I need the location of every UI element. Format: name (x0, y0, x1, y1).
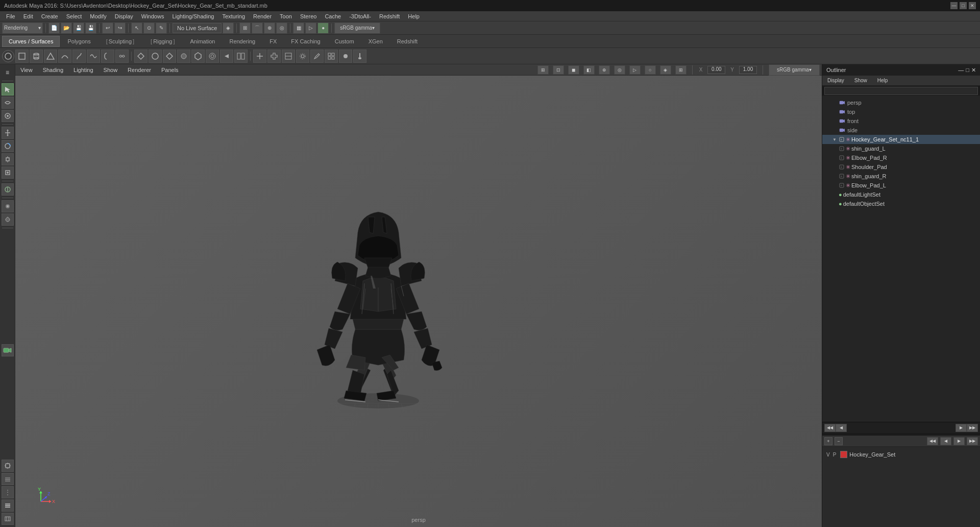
snap-point-button[interactable]: ⊕ (264, 22, 275, 34)
redo-button[interactable]: ↪ (114, 22, 126, 34)
shelf-cylinder[interactable] (30, 50, 43, 63)
minimize-button[interactable]: — (950, 2, 958, 9)
shelf-square[interactable] (15, 50, 29, 63)
menu-stereo[interactable]: Stereo (296, 11, 321, 21)
shelf-split[interactable] (234, 50, 248, 63)
shelf-diamond[interactable] (134, 50, 148, 63)
grid-toggle-btn[interactable] (2, 473, 14, 485)
paint-tool-button[interactable]: ✎ (156, 22, 167, 34)
viewport-toolbar-1[interactable]: ⊞ (537, 65, 549, 75)
open-scene-button[interactable]: 📂 (61, 22, 72, 34)
lasso-tool-button[interactable]: ⊙ (143, 22, 155, 34)
more-tools-btn[interactable]: ⋮ (2, 486, 14, 498)
tree-item-side[interactable]: side (822, 126, 980, 135)
menu-modify[interactable]: Modify (86, 11, 110, 21)
hamburger-icon[interactable]: ≡ (2, 66, 14, 79)
layer-delete-btn[interactable]: − (835, 437, 843, 445)
shelf-cone[interactable] (44, 50, 57, 63)
sculpt-tool[interactable] (2, 213, 14, 226)
tab-sculpting[interactable]: [Sculpting] (99, 36, 142, 47)
mode-dropdown[interactable]: Rendering ▾ (2, 22, 43, 34)
tab-rigging[interactable]: [Rigging] (143, 36, 182, 47)
shelf-wave[interactable] (87, 50, 100, 63)
tree-item-defaultObjectSet[interactable]: ● defaultObjectSet (822, 199, 980, 208)
menu-3dtoall[interactable]: -3DtoAll- (345, 11, 375, 21)
transform-tool[interactable] (2, 166, 14, 179)
tab-animation[interactable]: Animation (184, 36, 222, 47)
menu-toon[interactable]: Toon (276, 11, 296, 21)
tab-custom[interactable]: Custom (328, 36, 361, 47)
colorspace-btn[interactable]: sRGB gamma▾ (334, 22, 380, 34)
tab-rendering[interactable]: Rendering (223, 36, 262, 47)
shelf-lamp[interactable] (339, 50, 352, 63)
outliner-scroll-next[interactable]: ▶ (955, 424, 967, 432)
viewport-toolbar-9[interactable]: ◈ (660, 65, 671, 75)
shelf-diamond2[interactable] (163, 50, 176, 63)
scale-tool[interactable] (2, 153, 14, 165)
select-tool-button[interactable]: ↖ (131, 22, 142, 34)
layer-add-btn[interactable]: + (824, 437, 832, 445)
tree-item-front[interactable]: front (822, 116, 980, 126)
tree-item-hockeyGearSet[interactable]: ▼ + ✳ Hockey_Gear_Set_nc11_1 (822, 135, 980, 144)
outliner-scroll-prev[interactable]: ◀ (836, 424, 847, 432)
show-manipulator-button[interactable] (2, 183, 14, 196)
viewport[interactable]: persp X Y Z (15, 76, 822, 527)
layer-scroll-last[interactable]: ▶▶ (967, 437, 978, 445)
cam-icon-btn-1[interactable] (2, 344, 14, 356)
tree-item-shoulderPad[interactable]: + ✳ Shoulder_Pad (822, 162, 980, 172)
outliner-search-input[interactable] (824, 87, 978, 95)
submenu-renderer[interactable]: Renderer (125, 65, 154, 75)
outliner-maximize[interactable]: □ (966, 67, 969, 74)
paint-select-tool[interactable] (2, 110, 14, 122)
tab-curves-surfaces[interactable]: Curves / Surfaces (2, 36, 60, 47)
viewport-toolbar-10[interactable]: ⊞ (675, 65, 687, 75)
shelf-edit[interactable] (282, 50, 295, 63)
y-coord-input[interactable]: 1.00 (739, 66, 757, 74)
shelf-arrow[interactable] (220, 50, 233, 63)
viewport-toolbar-7[interactable]: ▷ (629, 65, 641, 75)
save-scene-as-button[interactable]: 💾 (85, 22, 96, 34)
menu-edit[interactable]: Edit (19, 11, 37, 21)
outliner-menu-display[interactable]: Display (824, 76, 847, 86)
snap-view-button[interactable]: ◎ (276, 22, 287, 34)
menu-windows[interactable]: Windows (137, 11, 168, 21)
move-tool[interactable] (2, 127, 14, 139)
shelf-loop[interactable] (115, 50, 129, 63)
shelf-gear[interactable] (296, 50, 309, 63)
live-surface-toggle[interactable]: ◈ (223, 22, 234, 34)
save-scene-button[interactable]: 💾 (73, 22, 84, 34)
tree-item-persp[interactable]: persp (822, 98, 980, 107)
shelf-circle2[interactable] (149, 50, 162, 63)
tab-fx[interactable]: FX (263, 36, 283, 47)
submenu-view[interactable]: View (17, 65, 36, 75)
render-button[interactable]: ● (317, 22, 329, 34)
shelf-circle3[interactable] (177, 50, 190, 63)
menu-texturing[interactable]: Texturing (218, 11, 249, 21)
layer-scroll-next[interactable]: ▶ (953, 437, 965, 445)
layer-color-swatch[interactable] (840, 451, 847, 458)
shelf-grid[interactable] (325, 50, 338, 63)
viewport-toolbar-6[interactable]: ◎ (614, 65, 625, 75)
tab-polygons[interactable]: Polygons (61, 36, 97, 47)
menu-create[interactable]: Create (37, 11, 62, 21)
render-region-button[interactable]: ▦ (293, 22, 304, 34)
colorspace-dropdown[interactable]: sRGB gamma▾ (769, 64, 820, 76)
outliner-minimize[interactable]: — (958, 67, 964, 74)
outliner-scroll-left[interactable]: ◀◀ (824, 424, 836, 432)
menu-help[interactable]: Help (404, 11, 424, 21)
viewport-toolbar-8[interactable]: ○ (645, 65, 656, 75)
viewport-toolbar-3[interactable]: ◼ (568, 65, 579, 75)
tab-xgen[interactable]: XGen (362, 36, 389, 47)
tree-item-top[interactable]: top (822, 107, 980, 116)
tab-redshift[interactable]: Redshift (390, 36, 424, 47)
new-scene-button[interactable]: 📄 (48, 22, 60, 34)
menu-redshift[interactable]: Redshift (375, 11, 404, 21)
shelf-cross[interactable] (267, 50, 281, 63)
ipr-render-button[interactable]: ▷ (305, 22, 316, 34)
snap-curve-button[interactable]: ⌒ (252, 22, 263, 34)
tree-item-elbowPadL[interactable]: + ✳ Elbow_Pad_L (822, 181, 980, 190)
close-button[interactable]: ✕ (969, 2, 976, 9)
layer-scroll-prev[interactable]: ◀ (940, 437, 951, 445)
tree-item-shinGuardL[interactable]: + ✳ shin_guard_L (822, 144, 980, 153)
outliner-menu-show[interactable]: Show (851, 76, 870, 86)
